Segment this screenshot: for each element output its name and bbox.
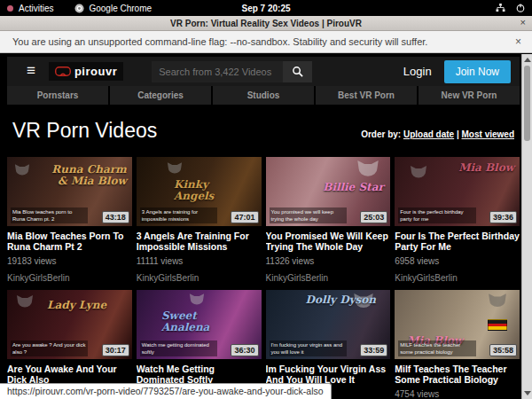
nav-item-pornstars[interactable]: Pornstars: [7, 86, 110, 105]
warning-text: You are using an unsupported command-lin…: [12, 36, 427, 47]
warning-close-icon[interactable]: ×: [515, 35, 521, 48]
video-thumbnail[interactable]: Dolly Dyson I'm fucking your virgin ass …: [266, 290, 391, 359]
thumbnail-caption: 3 Angels are training for impossible mis…: [140, 207, 217, 223]
order-by: Order by: Upload date | Most viewed: [361, 129, 514, 143]
thumbnail-caption: I'm fucking your virgin ass and you will…: [270, 340, 347, 356]
video-title[interactable]: Mia Blow Teaches Porn To Runa Charm Pt 2: [7, 231, 132, 252]
site-logo-text: pirouvr: [74, 65, 117, 78]
thumbnail-caption: MILF teaches the teacher some practical …: [398, 340, 475, 356]
duration-badge: 25:03: [360, 211, 387, 223]
thumbnail-caption: Watch me getting dominated softly: [140, 340, 217, 356]
video-title[interactable]: Im Fucking Your Virgin Ass And You Will …: [266, 364, 391, 385]
duration-badge: 36:30: [231, 344, 258, 356]
duration-badge: 39:36: [489, 211, 517, 223]
video-card[interactable]: Billie Star You promised we will keep tr…: [266, 157, 391, 283]
video-thumbnail[interactable]: Mia Blow Four is the perfect birthday pa…: [395, 157, 520, 226]
window-title: VR Porn: Virtual Reality Sex Videos | Pi…: [170, 19, 362, 28]
window-title-bar[interactable]: VR Porn: Virtual Reality Sex Videos | Pi…: [0, 16, 532, 31]
duration-badge: 43:18: [102, 211, 129, 223]
scrollbar[interactable]: [521, 54, 532, 399]
thumbnail-overlay-title: Mia Blow: [458, 162, 514, 174]
nav-item-studios[interactable]: Studios: [213, 86, 316, 105]
thumbnail-caption: Four is the perfect birthday party for m…: [398, 207, 475, 223]
login-link[interactable]: Login: [403, 65, 432, 78]
video-card[interactable]: Runa Charm & Mia Blow Mia Blow teaches p…: [7, 157, 132, 283]
site-logo[interactable]: pirouvr: [49, 62, 123, 81]
video-thumbnail[interactable]: Sweet Analena Watch me getting dominated…: [137, 290, 262, 359]
search-group: [152, 61, 312, 82]
clock[interactable]: Sep 7 20:25: [0, 4, 532, 13]
hamburger-menu-icon[interactable]: ≡: [27, 63, 35, 78]
site-header: ≡ pirouvr Login Join Now: [7, 57, 520, 86]
duration-badge: 47:01: [231, 211, 258, 223]
video-title[interactable]: You Promised We Will Keep Trying The Who…: [266, 231, 391, 252]
german-flag-icon: [488, 319, 507, 331]
main-nav: Pornstars Categories Studios Best VR Por…: [7, 86, 520, 105]
search-icon: [292, 66, 303, 77]
video-title[interactable]: 3 Angels Are Training For Impossible Mis…: [137, 231, 262, 252]
power-icon[interactable]: [516, 4, 525, 12]
thumbnail-overlay-title: Kinky Angels: [174, 179, 248, 201]
nav-item-best-vr-porn[interactable]: Best VR Porn: [316, 86, 419, 105]
video-card[interactable]: Mia Blow Four is the perfect birthday pa…: [395, 157, 520, 283]
video-thumbnail[interactable]: Billie Star You promised we will keep tr…: [266, 157, 391, 226]
network-icon[interactable]: [496, 4, 505, 12]
duration-badge: 33:59: [360, 344, 387, 356]
scrollbar-up-icon[interactable]: [524, 58, 531, 62]
status-url-bubble: https://pirouvr.com/vr-porn-video/779325…: [0, 383, 332, 399]
page-title: VR Porn Videos: [12, 119, 157, 143]
duration-badge: 30:17: [102, 344, 129, 356]
video-studio-link[interactable]: KinkyGirlsBerlin: [266, 273, 391, 283]
order-by-separator: |: [457, 129, 459, 139]
order-by-label: Order by:: [361, 129, 401, 139]
thumbnail-overlay-title: Lady Lyne: [47, 300, 106, 311]
studio-watermark-icon: [189, 293, 205, 307]
scrollbar-thumb[interactable]: [524, 66, 530, 141]
studio-watermark-icon: [410, 166, 427, 180]
studio-watermark-icon: [14, 164, 30, 177]
video-thumbnail[interactable]: Mia Blow MILF teaches the teacher some p…: [395, 290, 520, 359]
video-title[interactable]: Watch Me Getting Dominated Softly: [137, 364, 262, 385]
video-title[interactable]: Milf Teaches The Teacher Some Practical …: [395, 364, 520, 385]
search-input[interactable]: [152, 61, 283, 82]
nav-item-categories[interactable]: Categories: [110, 86, 213, 105]
order-by-most-viewed-link[interactable]: Most viewed: [462, 129, 514, 139]
search-button[interactable]: [283, 61, 312, 82]
video-views: 11111 views: [137, 256, 262, 266]
video-title[interactable]: Are You Awake And Your Dick Also: [7, 364, 132, 385]
duration-badge: 35:58: [489, 344, 517, 356]
video-views: 4754 views: [395, 389, 520, 399]
studio-watermark-icon: [167, 162, 183, 176]
video-thumbnail[interactable]: Lady Lyne Are you awake ? And your dick …: [7, 290, 132, 359]
thumbnail-caption: Mia Blow teaches porn to Runa Charm pt. …: [11, 207, 88, 223]
video-views: 6958 views: [395, 256, 520, 266]
thumbnail-overlay-title: Sweet Analena: [161, 310, 236, 332]
nav-item-new-vr-porn[interactable]: New VR Porn: [419, 86, 520, 105]
thumbnail-caption: You promised we will keep trying the who…: [270, 207, 347, 223]
studio-watermark-icon: [488, 293, 507, 309]
system-bar: Activities Google Chrome Sep 7 20:25: [0, 0, 532, 16]
warning-bar: You are using an unsupported command-lin…: [0, 31, 532, 53]
thumbnail-overlay-title: Billie Star: [323, 182, 384, 193]
join-now-button[interactable]: Join Now: [444, 60, 511, 83]
video-card[interactable]: Mia Blow MILF teaches the teacher some p…: [395, 290, 520, 399]
video-thumbnail[interactable]: Runa Charm & Mia Blow Mia Blow teaches p…: [7, 157, 132, 226]
video-card[interactable]: Kinky Angels 3 Angels are training for i…: [137, 157, 262, 283]
thumbnail-overlay-title: Runa Charm & Mia Blow: [51, 164, 126, 186]
window-close-icon[interactable]: ×: [520, 17, 526, 27]
video-studio-link[interactable]: KinkyGirlsBerlin: [137, 273, 262, 283]
thumbnail-caption: Are you awake ? And your dick also ?: [11, 340, 88, 356]
video-views: 19183 views: [7, 256, 132, 266]
page-viewport: ≡ pirouvr Login Join Now Pornstars Categ…: [0, 54, 532, 399]
scrollbar-down-icon[interactable]: [524, 391, 531, 395]
video-title[interactable]: Four Is The Perfect Birthday Party For M…: [395, 231, 520, 252]
video-thumbnail[interactable]: Kinky Angels 3 Angels are training for i…: [137, 157, 262, 226]
video-studio-link[interactable]: KinkyGirlsBerlin: [395, 273, 520, 283]
video-studio-link[interactable]: KinkyGirlsBerlin: [7, 273, 132, 283]
video-views: 11326 views: [266, 256, 391, 266]
vr-goggles-icon: [55, 66, 71, 76]
order-by-upload-date-link[interactable]: Upload date: [403, 129, 454, 139]
thumbnail-overlay-title: Dolly Dyson: [306, 294, 377, 306]
studio-watermark-icon: [16, 295, 34, 309]
video-grid: Runa Charm & Mia Blow Mia Blow teaches p…: [7, 157, 520, 399]
